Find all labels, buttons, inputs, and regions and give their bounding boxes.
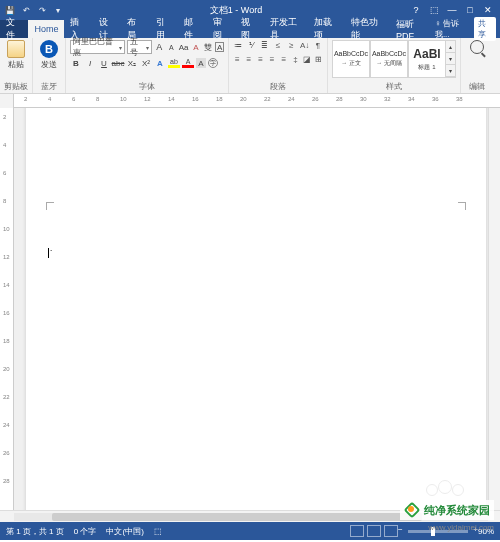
- tab-file[interactable]: 文件: [0, 20, 28, 38]
- paste-button[interactable]: 粘贴: [4, 40, 28, 70]
- phonetic-button[interactable]: 雙: [203, 41, 213, 53]
- sort-button[interactable]: A↓: [299, 40, 309, 51]
- underline-button[interactable]: U: [98, 57, 110, 69]
- maximize-button[interactable]: □: [462, 3, 478, 17]
- group-clipboard-label: 剪贴板: [4, 81, 28, 93]
- bullets-button[interactable]: ≔: [233, 40, 243, 51]
- save-button[interactable]: 💾: [4, 4, 16, 16]
- show-marks-button[interactable]: ¶: [313, 40, 323, 51]
- search-icon: [470, 40, 484, 54]
- close-button[interactable]: ✕: [480, 3, 496, 17]
- page-viewport[interactable]: [14, 108, 488, 510]
- line-spacing-button[interactable]: ‡: [291, 54, 300, 65]
- language-status[interactable]: 中文(中国): [106, 526, 143, 537]
- horizontal-ruler[interactable]: 2468101214161820222426283032343638: [0, 94, 500, 108]
- qat-more-icon[interactable]: ▾: [52, 4, 64, 16]
- find-button[interactable]: [465, 40, 489, 54]
- group-font-label: 字体: [70, 81, 224, 93]
- view-buttons: [350, 525, 398, 537]
- superscript-button[interactable]: X²: [140, 57, 152, 69]
- char-border-button[interactable]: A: [215, 42, 224, 52]
- styles-scroll[interactable]: ▴ ▾ ▾: [446, 40, 456, 78]
- tab-references[interactable]: 引用: [150, 20, 178, 38]
- group-paragraph-label: 段落: [233, 81, 323, 93]
- chevron-down-icon: ▾: [119, 44, 122, 51]
- redo-button[interactable]: ↷: [36, 4, 48, 16]
- tab-developer[interactable]: 开发工具: [264, 20, 309, 38]
- styles-gallery[interactable]: AaBbCcDc → 正文 AaBbCcDc → 无间隔 AaBl 标题 1 ▴…: [332, 40, 456, 78]
- style-preview: AaBl: [413, 47, 440, 61]
- char-shading-button[interactable]: A: [196, 58, 206, 68]
- align-justify-button[interactable]: ≡: [268, 54, 277, 65]
- numbering-button[interactable]: ⅟: [246, 40, 256, 51]
- align-right-button[interactable]: ≡: [256, 54, 265, 65]
- margin-marker-tl: [46, 202, 54, 210]
- margin-marker-tr: [458, 202, 466, 210]
- group-editing-label: 编辑: [465, 81, 489, 93]
- vertical-ruler[interactable]: 246810121416182022242628: [0, 108, 14, 510]
- borders-button[interactable]: ⊞: [314, 54, 323, 65]
- decrease-indent-button[interactable]: ≤: [273, 40, 283, 51]
- tell-me-search[interactable]: ♀ 告诉我...: [435, 18, 470, 40]
- tab-special[interactable]: 特色功能: [345, 20, 390, 38]
- minimize-button[interactable]: —: [444, 3, 460, 17]
- page-count[interactable]: 第 1 页，共 1 页: [6, 526, 64, 537]
- style-normal[interactable]: AaBbCcDc → 正文: [332, 40, 370, 78]
- align-center-button[interactable]: ≡: [245, 54, 254, 65]
- text-effects-button[interactable]: A: [154, 57, 166, 69]
- chevron-down-icon[interactable]: ▾: [446, 53, 455, 65]
- subscript-button[interactable]: X₂: [126, 57, 138, 69]
- text-cursor: [48, 248, 49, 258]
- site-watermark: 纯净系统家园: [400, 500, 494, 520]
- help-button[interactable]: ?: [408, 3, 424, 17]
- font-color-button[interactable]: A: [182, 58, 194, 68]
- tab-home[interactable]: Home: [28, 20, 64, 38]
- clear-format-button[interactable]: A: [191, 41, 201, 53]
- multilevel-button[interactable]: ≣: [260, 40, 270, 51]
- align-distribute-button[interactable]: ≡: [280, 54, 289, 65]
- ribbon-options-button[interactable]: ⬚: [426, 3, 442, 17]
- styles-more-icon[interactable]: ▾: [446, 65, 455, 77]
- tab-view[interactable]: 视图: [235, 20, 263, 38]
- read-mode-button[interactable]: [350, 525, 364, 537]
- chevron-up-icon[interactable]: ▴: [446, 41, 455, 53]
- style-preview: AaBbCcDc: [372, 50, 406, 57]
- ruler-ticks: 2468101214161820222426283032343638: [14, 94, 500, 107]
- strike-button[interactable]: abc: [112, 57, 124, 69]
- style-preview: AaBbCcDc: [334, 50, 368, 57]
- undo-button[interactable]: ↶: [20, 4, 32, 16]
- print-layout-button[interactable]: [367, 525, 381, 537]
- vertical-scrollbar[interactable]: [488, 108, 500, 510]
- group-bluetooth: B 发送 蓝牙: [33, 38, 66, 93]
- word-count[interactable]: 0 个字: [74, 526, 97, 537]
- italic-button[interactable]: I: [84, 57, 96, 69]
- increase-indent-button[interactable]: ≥: [286, 40, 296, 51]
- font-name-combo[interactable]: 阿里巴巴普惠▾: [70, 40, 125, 54]
- highlight-button[interactable]: ab: [168, 58, 180, 68]
- style-name: 标题 1: [418, 63, 435, 72]
- group-styles: AaBbCcDc → 正文 AaBbCcDc → 无间隔 AaBl 标题 1 ▴…: [328, 38, 461, 93]
- style-nospacing[interactable]: AaBbCcDc → 无间隔: [370, 40, 408, 78]
- bold-button[interactable]: B: [70, 57, 82, 69]
- shading-button[interactable]: ◪: [303, 54, 312, 65]
- accessibility-status[interactable]: ⬚: [154, 527, 162, 536]
- change-case-button[interactable]: Aa: [179, 41, 189, 53]
- bluetooth-send-button[interactable]: B 发送: [37, 40, 61, 70]
- style-name: → 无间隔: [376, 59, 402, 68]
- style-heading1[interactable]: AaBl 标题 1: [408, 40, 446, 78]
- enclose-char-button[interactable]: 字: [208, 58, 218, 68]
- document-page[interactable]: [26, 108, 486, 510]
- tab-review[interactable]: 审阅: [207, 20, 235, 38]
- shrink-font-button[interactable]: A: [166, 41, 176, 53]
- group-font: 阿里巴巴普惠▾ 五号▾ A A Aa A 雙 A B I U abc X₂ X²…: [66, 38, 229, 93]
- web-layout-button[interactable]: [384, 525, 398, 537]
- tab-addins[interactable]: 加载项: [308, 20, 345, 38]
- align-left-button[interactable]: ≡: [233, 54, 242, 65]
- font-size-combo[interactable]: 五号▾: [127, 40, 152, 54]
- hscroll-thumb[interactable]: [52, 513, 422, 521]
- tab-mailings[interactable]: 邮件: [178, 20, 206, 38]
- document-area: 246810121416182022242628: [0, 108, 500, 510]
- grow-font-button[interactable]: A: [154, 41, 164, 53]
- group-clipboard: 粘贴 剪贴板: [0, 38, 33, 93]
- tab-foxit-pdf[interactable]: 福昕PDF: [390, 20, 435, 38]
